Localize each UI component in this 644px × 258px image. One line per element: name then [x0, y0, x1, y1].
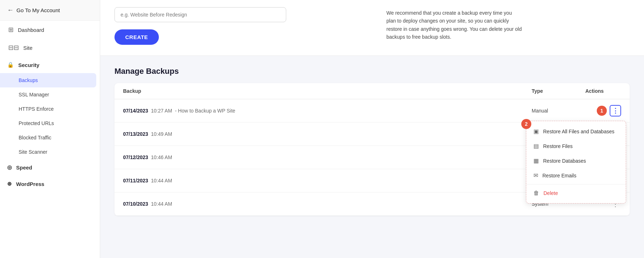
backup-cell-5: 07/10/2023 10:44 AM [123, 201, 532, 207]
backup-date-3: 07/12/2023 [123, 154, 148, 160]
backup-cell-4: 07/11/2023 10:44 AM [123, 178, 532, 183]
backup-input-row [114, 7, 365, 22]
lock-icon: 🔒 [7, 62, 14, 68]
restore-databases-label: Restore Databases [543, 158, 586, 164]
speed-icon: ◎ [7, 164, 12, 171]
backup-create-form: CREATE [114, 7, 365, 45]
backup-time-3: 10:46 AM [151, 154, 172, 160]
back-arrow-icon: ← [7, 6, 14, 14]
backup-time-4: 10:44 AM [151, 178, 172, 183]
manage-backups-title: Manage Backups [114, 67, 630, 76]
sidebar-item-blocked-traffic[interactable]: Blocked Traffic [0, 130, 100, 145]
email-icon: ✉ [533, 172, 538, 179]
backup-note-1: - How to Backup a WP Site [175, 108, 235, 114]
wordpress-label: WordPress [16, 181, 44, 187]
sidebar: ← Go To My Account Dashboard ⊟ Site 🔒 Se… [0, 0, 100, 258]
backup-time-5: 10:44 AM [151, 201, 172, 207]
sidebar-item-backups[interactable]: Backups [0, 73, 96, 87]
dropdown-item-restore-emails[interactable]: ✉ Restore Emails [526, 168, 626, 183]
site-icon: ⊟ [8, 44, 19, 52]
actions-dropdown-menu: 2 ▣ Restore All Files and Databases ▤ Re… [526, 121, 626, 204]
restore-all-icon: ▣ [533, 128, 539, 135]
sidebar-item-security[interactable]: 🔒 Security [0, 57, 100, 73]
backup-create-section: CREATE We recommend that you create a ba… [100, 0, 644, 56]
backup-type-1: Manual [532, 108, 585, 114]
sidebar-item-speed[interactable]: ◎ Speed [0, 159, 100, 176]
delete-label: Delete [543, 190, 558, 196]
badge-1: 1 [597, 106, 607, 116]
restore-emails-label: Restore Emails [542, 173, 576, 178]
backup-actions-1: 1 ⋮ [585, 105, 621, 116]
actions-menu-button-1[interactable]: ⋮ [610, 105, 621, 116]
trash-icon: 🗑 [533, 190, 539, 196]
restore-files-label: Restore Files [543, 143, 572, 149]
table-header: Backup Type Actions [114, 83, 630, 99]
backup-cell-3: 07/12/2023 10:46 AM [123, 154, 532, 160]
backup-cell-1: 07/14/2023 10:27 AM - How to Backup a WP… [123, 108, 532, 114]
sidebar-item-wordpress[interactable]: ⊛ WordPress [0, 176, 100, 192]
backups-table: Backup Type Actions 07/14/2023 10:27 AM … [114, 83, 630, 216]
backup-date-4: 07/11/2023 [123, 178, 148, 183]
backup-info-text: We recommend that you create a backup ev… [386, 7, 522, 45]
security-label: Security [18, 62, 39, 68]
dropdown-item-restore-all[interactable]: ▣ Restore All Files and Databases [526, 124, 626, 139]
sidebar-item-protected-urls[interactable]: Protected URLs [0, 116, 100, 130]
sidebar-item-https-enforce[interactable]: HTTPS Enforce [0, 102, 100, 116]
backup-cell-2: 07/13/2023 10:49 AM [123, 131, 532, 137]
grid-icon [8, 26, 14, 34]
backup-time-2: 10:49 AM [151, 131, 172, 137]
dropdown-item-delete[interactable]: 🗑 Delete [526, 186, 626, 200]
dropdown-divider [526, 184, 626, 185]
backup-name-input[interactable] [114, 7, 286, 22]
site-label: Site [23, 45, 33, 51]
database-icon: ▦ [533, 157, 539, 164]
main-content: CREATE We recommend that you create a ba… [100, 0, 644, 258]
back-link-label: Go To My Account [16, 7, 60, 13]
file-icon: ▤ [533, 143, 539, 149]
sidebar-item-ssl-manager[interactable]: SSL Manager [0, 87, 100, 102]
sidebar-item-site-scanner[interactable]: Site Scanner [0, 145, 100, 159]
dropdown-item-restore-databases[interactable]: ▦ Restore Databases [526, 153, 626, 168]
manage-backups-section: Manage Backups Backup Type Actions 07/14… [100, 56, 644, 226]
restore-all-label: Restore All Files and Databases [543, 129, 614, 134]
wordpress-icon: ⊛ [7, 181, 12, 187]
col-type: Type [532, 88, 585, 94]
security-sub-menu: Backups SSL Manager HTTPS Enforce Protec… [0, 73, 100, 159]
go-to-my-account-link[interactable]: ← Go To My Account [0, 0, 100, 21]
backup-time-1: 10:27 AM [151, 108, 172, 114]
dropdown-item-restore-files[interactable]: ▤ Restore Files [526, 139, 626, 153]
table-row: 07/14/2023 10:27 AM - How to Backup a WP… [114, 99, 630, 123]
security-section: 🔒 Security Backups SSL Manager HTTPS Enf… [0, 57, 100, 159]
speed-label: Speed [16, 164, 32, 171]
create-backup-button[interactable]: CREATE [114, 29, 159, 45]
backup-row-1: 07/14/2023 10:27 AM - How to Backup a WP… [114, 99, 630, 123]
sidebar-item-dashboard[interactable]: Dashboard [0, 21, 100, 39]
backup-date-5: 07/10/2023 [123, 201, 148, 207]
sidebar-item-site[interactable]: ⊟ Site [0, 39, 100, 57]
col-backup: Backup [123, 88, 532, 94]
col-actions: Actions [585, 88, 621, 94]
badge-2: 2 [521, 119, 531, 129]
backup-date-2: 07/13/2023 [123, 131, 148, 137]
dashboard-label: Dashboard [18, 27, 44, 33]
backup-date-1: 07/14/2023 [123, 108, 148, 114]
